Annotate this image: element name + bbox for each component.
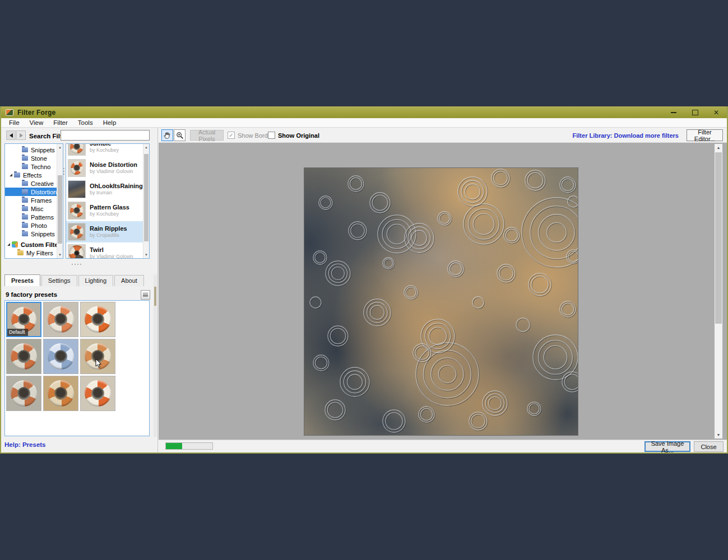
folder-icon bbox=[14, 172, 20, 178]
tree-item-techno[interactable]: Techno bbox=[5, 162, 57, 171]
folder-icon bbox=[22, 147, 28, 152]
tab-presets[interactable]: Presets bbox=[4, 274, 40, 286]
filter-list-scrollbar[interactable] bbox=[143, 144, 149, 258]
save-image-as-button[interactable]: Save Image As... bbox=[644, 441, 690, 452]
filter-thumbnail bbox=[68, 143, 86, 156]
preview-scrollbar[interactable] bbox=[715, 144, 722, 438]
tree-item-patterns[interactable]: Patterns bbox=[5, 213, 57, 221]
filter-row-jumble[interactable]: Jumbleby Kochubey bbox=[66, 143, 143, 157]
menu-view[interactable]: View bbox=[25, 119, 48, 127]
bottom-bar: Save Image As... Close bbox=[159, 440, 727, 452]
preset-6[interactable] bbox=[80, 339, 115, 374]
progress-fill bbox=[166, 443, 182, 449]
preset-7[interactable] bbox=[6, 376, 41, 411]
scroll-up-arrow[interactable] bbox=[57, 144, 63, 151]
menu-bar: File View Filter Tools Help bbox=[1, 118, 727, 128]
tree-item-snippets[interactable]: Snippets bbox=[5, 146, 57, 154]
expand-triangle-icon[interactable] bbox=[10, 174, 12, 176]
tree-item-stone[interactable]: Stone bbox=[5, 154, 57, 162]
close-button[interactable]: Close bbox=[694, 441, 724, 452]
tab-settings[interactable]: Settings bbox=[41, 275, 77, 286]
menu-help[interactable]: Help bbox=[99, 119, 121, 127]
tab-lighting[interactable]: Lighting bbox=[78, 275, 114, 286]
menu-tools[interactable]: Tools bbox=[73, 119, 98, 127]
search-filters-input[interactable] bbox=[61, 130, 150, 141]
panel-splitter[interactable] bbox=[63, 168, 64, 177]
actual-pixels-button[interactable]: Actual Pixels bbox=[190, 130, 224, 141]
maximize-button[interactable] bbox=[684, 106, 706, 118]
preset-8[interactable] bbox=[43, 376, 78, 411]
folder-icon bbox=[22, 164, 28, 169]
close-window-button[interactable] bbox=[706, 106, 727, 118]
tree-item-frames[interactable]: Frames bbox=[5, 196, 57, 204]
preview-viewport[interactable] bbox=[159, 143, 727, 440]
filter-row-rain-ripples-selected[interactable]: Rain Ripplesby Cropadilla bbox=[66, 221, 143, 242]
left-panel-scrollbar[interactable] bbox=[154, 274, 157, 437]
scroll-down-arrow[interactable] bbox=[57, 251, 63, 258]
ripples-overlay bbox=[304, 168, 578, 435]
tree-item-my-filters[interactable]: My Filters bbox=[5, 249, 57, 257]
tree-scrollbar[interactable] bbox=[57, 144, 63, 258]
filter-thumbnail bbox=[68, 244, 86, 259]
filter-row-twirl[interactable]: Twirlby Vladimir Golovin bbox=[66, 242, 143, 259]
tree-item-photo[interactable]: Photo bbox=[5, 221, 57, 230]
rain-ripples-preview-image[interactable] bbox=[304, 167, 578, 436]
preset-2[interactable] bbox=[43, 302, 78, 337]
title-bar[interactable]: Filter Forge bbox=[1, 106, 727, 118]
scroll-up-arrow[interactable] bbox=[715, 144, 722, 151]
desktop-background: Filter Forge File View Filter Tools Help… bbox=[0, 0, 728, 560]
filter-library-link[interactable]: Filter Library: Download more filters bbox=[573, 132, 679, 139]
folder-icon bbox=[22, 156, 28, 161]
scroll-down-arrow[interactable] bbox=[715, 431, 722, 438]
list-view-icon bbox=[143, 293, 148, 297]
filter-row-noise-distortion[interactable]: Noise Distortionby Vladimir Golovin bbox=[66, 157, 143, 179]
tree-item-misc[interactable]: Misc bbox=[5, 204, 57, 213]
filter-editor-button[interactable]: Filter Editor... bbox=[687, 129, 723, 141]
preset-3[interactable] bbox=[80, 302, 115, 337]
left-panel-scrollbar-thumb[interactable] bbox=[154, 287, 156, 306]
tree-item-distortions-selected[interactable]: Distortions bbox=[5, 188, 57, 196]
preview-panel: Actual Pixels Show Border Show Original … bbox=[159, 128, 727, 452]
nav-forward-button[interactable] bbox=[16, 130, 26, 140]
folder-icon bbox=[22, 206, 28, 211]
filter-thumbnail bbox=[68, 223, 86, 241]
tree-item-effects[interactable]: Effects bbox=[5, 171, 57, 179]
show-original-label[interactable]: Show Original bbox=[278, 132, 319, 139]
zoom-tool-button[interactable] bbox=[174, 129, 186, 141]
preset-9[interactable] bbox=[80, 376, 115, 411]
help-presets-link[interactable]: Help: Presets bbox=[4, 441, 46, 448]
filter-row-ohlookitsraining[interactable]: OhLookItsRainingby truman bbox=[66, 179, 143, 200]
preset-5[interactable] bbox=[43, 339, 78, 374]
tab-strip: Presets Settings Lighting About bbox=[4, 274, 145, 286]
preset-default-selected[interactable]: Default bbox=[6, 302, 41, 337]
mouse-cursor bbox=[95, 358, 102, 368]
presets-panel: Default bbox=[4, 300, 150, 436]
menu-file[interactable]: File bbox=[4, 119, 24, 127]
expand-triangle-icon[interactable] bbox=[7, 243, 10, 246]
filter-forge-window: Filter Forge File View Filter Tools Help… bbox=[0, 106, 728, 454]
scroll-up-arrow[interactable] bbox=[143, 144, 149, 151]
preview-scrollbar-thumb[interactable] bbox=[715, 152, 722, 324]
scroll-down-arrow[interactable] bbox=[143, 251, 149, 258]
hand-icon bbox=[163, 131, 171, 139]
horizontal-splitter[interactable] bbox=[72, 263, 81, 265]
hand-tool-button[interactable] bbox=[161, 129, 173, 141]
minimize-button[interactable] bbox=[663, 106, 684, 118]
magnifier-plus-icon bbox=[176, 132, 184, 139]
menu-filter[interactable]: Filter bbox=[49, 119, 72, 127]
filter-list-scrollbar-thumb[interactable] bbox=[144, 154, 149, 241]
tab-about[interactable]: About bbox=[114, 275, 144, 286]
app-icon bbox=[6, 109, 13, 116]
tree-item-creative[interactable]: Creative bbox=[5, 179, 57, 188]
folder-icon bbox=[22, 223, 28, 228]
show-border-checkbox[interactable] bbox=[228, 132, 235, 139]
preset-view-options-button[interactable] bbox=[141, 290, 150, 300]
preset-4[interactable] bbox=[6, 339, 41, 374]
tree-scrollbar-thumb[interactable] bbox=[58, 175, 62, 244]
nav-back-button[interactable] bbox=[6, 130, 16, 140]
tree-item-custom-filters[interactable]: Custom Filters bbox=[5, 240, 57, 249]
show-original-checkbox[interactable] bbox=[268, 132, 275, 139]
filter-row-pattern-glass[interactable]: Pattern Glassby Kochubey bbox=[66, 200, 143, 221]
tree-item-snippets-2[interactable]: Snippets bbox=[5, 230, 57, 238]
filter-list: Jumbleby Kochubey Noise Distortionby Vla… bbox=[66, 143, 150, 259]
